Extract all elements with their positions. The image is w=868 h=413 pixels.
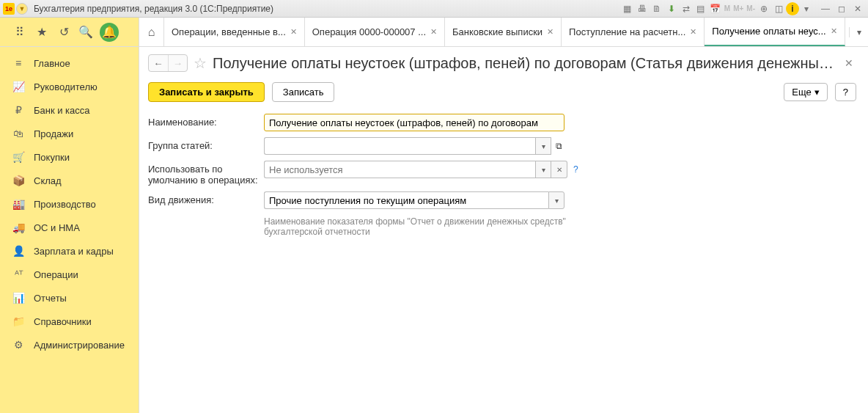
tab-label: Операция 0000-000007 ...	[312, 26, 426, 37]
group-label: Группа статей:	[148, 137, 264, 151]
home-tab[interactable]: ⌂	[139, 18, 164, 46]
group-input[interactable]	[264, 137, 535, 155]
sidebar-item-reports[interactable]: 📊Отчеты	[0, 286, 139, 310]
notifications-icon[interactable]: 🔔	[100, 23, 119, 42]
sidebar-item-label: Справочники	[34, 316, 92, 327]
preview-icon[interactable]: ▦	[620, 2, 635, 15]
open-dialog-button[interactable]: ⧉	[556, 141, 562, 151]
dtkt-icon: ᴬᵀ	[12, 268, 25, 281]
save-button[interactable]: Записать	[272, 82, 335, 102]
sidebar-item-label: Операции	[34, 269, 78, 280]
titlebar: 1e ▼ Бухгалтерия предприятия, редакция 3…	[0, 0, 868, 18]
factory-icon: 🏭	[12, 197, 25, 211]
tabs-overflow-button[interactable]: ▾	[849, 27, 868, 37]
tab-label: Получение оплаты неус...	[712, 26, 825, 37]
help-icon[interactable]: ?	[573, 164, 578, 175]
tab-operation-0000-000007[interactable]: Операция 0000-000007 ... ✕	[305, 18, 445, 46]
sidebar-item-label: ОС и НМА	[34, 222, 80, 233]
sidebar-item-catalogs[interactable]: 📁Справочники	[0, 310, 139, 333]
panel-icon[interactable]: ◫	[771, 2, 786, 15]
search-icon[interactable]: 🔍	[78, 24, 94, 40]
person-icon: 👤	[12, 244, 25, 257]
tab-bank-statements[interactable]: Банковские выписки ✕	[445, 18, 562, 46]
sidebar-item-operations[interactable]: ᴬᵀОперации	[0, 263, 139, 286]
sidebar-item-label: Администрирование	[34, 340, 125, 351]
print-icon[interactable]: 🖶	[635, 2, 650, 15]
save-and-close-button[interactable]: Записать и закрыть	[148, 82, 265, 102]
sidebar-item-warehouse[interactable]: 📦Склад	[0, 169, 139, 192]
truck-icon: 🚚	[12, 221, 25, 234]
dropdown-button[interactable]: ▾	[535, 137, 551, 155]
download-icon[interactable]: ⬇	[664, 2, 679, 15]
sidebar-item-assets[interactable]: 🚚ОС и НМА	[0, 216, 139, 239]
page-close-button[interactable]: ✕	[842, 57, 856, 69]
history-icon[interactable]: ↺	[56, 24, 72, 40]
gear-icon: ⚙	[12, 338, 25, 351]
info-icon[interactable]: i	[786, 2, 799, 15]
tab-penalty-payment[interactable]: Получение оплаты неус... ✕	[705, 18, 845, 46]
close-icon[interactable]: ✕	[290, 27, 297, 37]
sidebar-item-production[interactable]: 🏭Производство	[0, 192, 139, 216]
sidebar-item-manager[interactable]: 📈Руководителю	[0, 75, 139, 98]
sidebar-item-hr[interactable]: 👤Зарплата и кадры	[0, 239, 139, 263]
dropdown-icon[interactable]: ▼	[16, 3, 28, 15]
sidebar-item-bank[interactable]: ₽Банк и касса	[0, 98, 139, 122]
sidebar-item-label: Зарплата и кадры	[34, 246, 114, 257]
dropdown-button[interactable]: ▾	[535, 161, 551, 178]
help-button[interactable]: ?	[835, 83, 856, 101]
sidebar-item-sales[interactable]: 🛍Продажи	[0, 122, 139, 145]
apps-icon[interactable]: ⠿	[12, 24, 28, 40]
content-area: ← → ☆ Получение оплаты неустоек (штрафов…	[139, 47, 868, 413]
nav-buttons: ← →	[148, 54, 188, 72]
tab-label: Банковские выписки	[452, 26, 542, 37]
favorite-star-icon[interactable]: ☆	[194, 54, 207, 72]
sidebar-item-label: Главное	[34, 58, 70, 69]
menu-icon: ≡	[12, 56, 25, 70]
name-input[interactable]	[264, 114, 564, 131]
favorite-icon[interactable]: ★	[34, 24, 50, 40]
sidebar-item-purchases[interactable]: 🛒Покупки	[0, 145, 139, 169]
close-icon[interactable]: ✕	[831, 26, 837, 36]
tab-incoming-payment[interactable]: Поступление на расчетн... ✕	[562, 18, 705, 46]
mem-mminus-button[interactable]: M-	[745, 2, 757, 15]
nav-back-button[interactable]: ←	[149, 55, 168, 71]
minimize-button[interactable]: —	[818, 2, 833, 15]
close-icon[interactable]: ✕	[690, 27, 696, 37]
doc-icon[interactable]: 🗎	[650, 2, 664, 15]
more-label: Еще	[792, 87, 811, 98]
sidebar-item-label: Отчеты	[34, 293, 67, 304]
menu-dropdown-icon[interactable]: ▾	[799, 2, 814, 15]
zoom-icon[interactable]: ⊕	[757, 2, 771, 15]
close-window-button[interactable]: ✕	[850, 2, 865, 15]
dropdown-button[interactable]: ▾	[548, 191, 564, 209]
sidebar-item-admin[interactable]: ⚙Администрирование	[0, 333, 139, 357]
close-icon[interactable]: ✕	[547, 27, 553, 37]
mem-mplus-button[interactable]: M+	[732, 2, 745, 15]
app-title: Бухгалтерия предприятия, редакция 3.0 (1…	[34, 4, 273, 14]
sidebar-item-label: Руководителю	[34, 81, 98, 92]
mem-m-button[interactable]: M	[723, 2, 732, 15]
cart-icon: 🛒	[12, 150, 25, 164]
page-title: Получение оплаты неустоек (штрафов, пене…	[213, 55, 836, 72]
compare-icon[interactable]: ⇄	[679, 2, 694, 15]
nav-forward-button[interactable]: →	[168, 55, 187, 71]
maximize-button[interactable]: ◻	[834, 2, 849, 15]
default-combo: ▾ ✕	[264, 161, 567, 178]
tab-label: Поступление на расчетн...	[569, 26, 685, 37]
sidebar-item-label: Производство	[34, 199, 96, 210]
clear-button[interactable]: ✕	[551, 161, 567, 178]
movement-input[interactable]	[264, 191, 548, 209]
box-icon: 📦	[12, 174, 25, 187]
more-button[interactable]: Еще▾	[784, 83, 827, 101]
tab-operations-entered[interactable]: Операции, введенные в... ✕	[164, 18, 305, 46]
calculator-icon[interactable]: ▤	[694, 2, 708, 15]
app-logo-icon: 1e	[3, 3, 15, 15]
tab-label: Операции, введенные в...	[172, 26, 286, 37]
sidebar-item-label: Покупки	[34, 152, 70, 163]
close-icon[interactable]: ✕	[430, 27, 437, 37]
top-toolbar: ⠿ ★ ↺ 🔍 🔔 ⌂ Операции, введенные в... ✕ О…	[0, 18, 868, 47]
calendar-icon[interactable]: 📅	[708, 2, 723, 15]
ruble-icon: ₽	[12, 103, 25, 117]
sidebar-item-main[interactable]: ≡Главное	[0, 51, 139, 75]
default-input[interactable]	[264, 161, 535, 178]
